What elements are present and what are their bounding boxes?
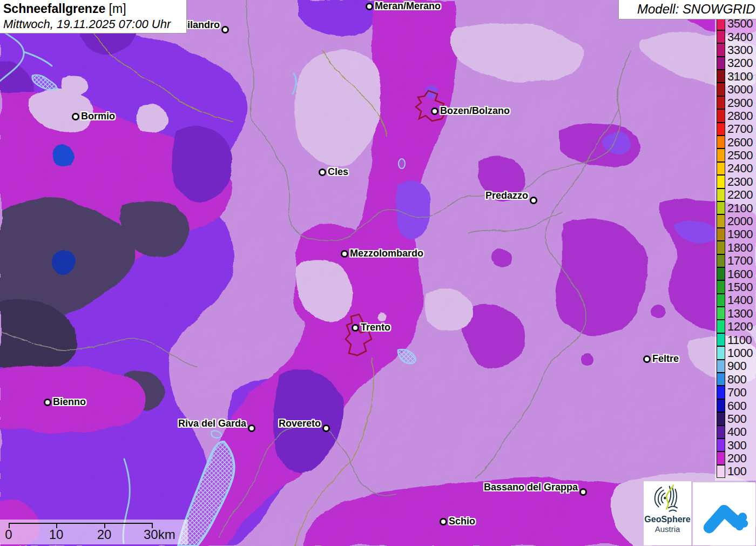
legend-row: 1800 [717,241,756,254]
legend-row: 1100 [717,333,756,346]
scale-bar-label: 0 [5,527,12,542]
legend-swatch [717,386,725,399]
legend-row: 900 [717,360,756,373]
page-title: Schneefallgrenze [m] [3,1,183,17]
geosphere-contour-icon [652,483,683,515]
legend-rows: 3500340033003200310030002900280027002600… [717,17,756,478]
legend-row: 3200 [717,57,756,70]
legend-value: 1000 [727,347,753,359]
legend-swatch [717,267,725,280]
model-label: Modell: SNOWGRID [618,0,756,19]
legend-value: 2300 [727,176,753,188]
legend-swatch [717,451,725,464]
legend-row: 1600 [717,267,756,280]
elevation-legend: 3500340033003200310030002900280027002600… [715,16,756,481]
legend-swatch [717,188,725,201]
title-datetime: Mittwoch, 19.11.2025 07:00 Uhr [3,17,183,31]
legend-swatch [717,214,725,227]
map-canvas [0,0,756,546]
legend-row: 600 [717,399,756,412]
legend-value: 1800 [727,242,753,254]
legend-swatch [717,280,725,293]
legend-row: 2000 [717,215,756,228]
legend-swatch [717,30,725,43]
legend-swatch [717,109,725,122]
legend-value: 2900 [727,97,753,109]
partner-logo[interactable] [693,482,755,545]
legend-swatch [717,228,725,241]
legend-row: 2600 [717,136,756,149]
scale-bar-label: 20 [97,527,112,542]
legend-value: 1900 [727,228,753,240]
legend-swatch [717,399,725,412]
legend-row: 400 [717,426,756,439]
legend-swatch [717,136,725,149]
legend-swatch [717,162,725,175]
legend-swatch [717,123,725,136]
legend-swatch [717,241,725,254]
legend-value: 600 [727,400,746,412]
title-text: Schneefallgrenze [3,2,105,16]
legend-row: 800 [717,373,756,386]
legend-swatch [717,426,725,439]
legend-value: 1200 [727,321,753,333]
legend-row: 1000 [717,347,756,360]
legend-swatch [717,307,725,320]
legend-swatch [717,43,725,56]
legend-value: 2700 [727,123,753,135]
legend-value: 2100 [727,203,753,214]
legend-value: 700 [727,387,746,399]
legend-value: 2400 [727,163,753,174]
legend-value: 200 [727,453,746,464]
legend-row: 2200 [717,188,756,201]
legend-row: 2300 [717,176,756,188]
legend-row: 2100 [717,201,756,214]
geosphere-logo[interactable]: GeoSphere Austria [644,481,691,545]
mountain-cloud-icon [699,491,749,537]
scale-bar-label: 10 [49,527,64,542]
legend-value: 3000 [727,84,753,96]
legend-swatch [717,333,725,346]
legend-value: 3100 [727,71,753,83]
legend-swatch [717,439,725,451]
legend-row: 200 [717,452,756,465]
legend-row: 3100 [717,70,756,83]
legend-row: 1500 [717,281,756,294]
legend-row: 300 [717,439,756,452]
legend-value: 2800 [727,110,753,122]
title-box: Schneefallgrenze [m] Mittwoch, 19.11.202… [0,0,187,33]
legend-swatch [717,360,725,373]
legend-swatch [717,96,725,109]
legend-swatch [717,201,725,214]
geosphere-country: Austria [655,524,680,534]
legend-row: 2500 [717,149,756,162]
legend-value: 2600 [727,137,753,149]
legend-row: 3000 [717,83,756,96]
legend-swatch [717,254,725,267]
legend-value: 1600 [727,268,753,280]
legend-row: 1700 [717,254,756,267]
legend-value: 2000 [727,215,753,227]
legend-row: 2400 [717,162,756,175]
hillshade-overlay [0,0,756,546]
legend-value: 3300 [727,44,753,56]
legend-value: 1300 [727,308,753,320]
legend-swatch [717,57,725,70]
legend-value: 1100 [727,334,752,346]
geosphere-name: GeoSphere [644,515,690,524]
legend-swatch [717,294,725,307]
scale-bar: 0102030km [0,520,188,544]
scale-bar-line [9,523,152,524]
legend-value: 800 [727,374,746,386]
legend-row: 1400 [717,294,756,307]
legend-swatch [717,83,725,96]
legend-row: 2700 [717,123,756,136]
legend-value: 300 [727,440,746,451]
legend-value: 2200 [727,189,753,201]
legend-swatch [717,412,725,425]
legend-value: 900 [727,360,746,372]
legend-row: 3300 [717,44,756,57]
legend-swatch [717,373,725,386]
legend-swatch [717,149,725,161]
snowfall-limit-map-page: Cortin 350034003300320031003000290028002… [0,0,756,546]
